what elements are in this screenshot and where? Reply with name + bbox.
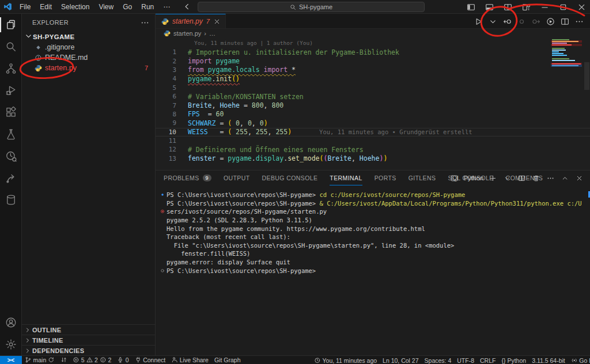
command-status-idle-icon [160, 268, 165, 274]
editor-scrollbar[interactable] [584, 62, 589, 90]
win-min-button[interactable] [536, 0, 553, 14]
activity-search[interactable] [0, 36, 22, 58]
activity-explorer[interactable] [0, 14, 22, 36]
panel-close-sm-button[interactable] [574, 172, 584, 184]
panel-split-editor-button[interactable] [516, 172, 527, 184]
section-dependencies[interactable]: DEPENDENCIES [22, 345, 155, 355]
terminal-shell-icon [449, 172, 460, 184]
panel-chev-up-button[interactable] [559, 172, 570, 184]
next-change[interactable] [530, 15, 542, 28]
title-bar: FileEditSelectionViewGoRun⋯ SH-pygame [0, 0, 590, 14]
panel-plus-button[interactable] [487, 172, 498, 184]
sql-connect[interactable]: Connect [132, 356, 169, 364]
blame-status[interactable]: You, 11 minutes ago [311, 356, 380, 364]
minimap[interactable] [551, 39, 582, 66]
panel-tab-ports[interactable]: PORTS [375, 170, 396, 185]
command-center-search[interactable]: SH-pygame [198, 2, 425, 12]
terminal-line: File "c:\Users\ivost\source\repos\SH-pyg… [158, 241, 588, 250]
run-or-debug[interactable] [544, 15, 557, 28]
menu-selection[interactable]: Selection [56, 1, 94, 13]
next-change-icon [532, 17, 540, 26]
activity-extensions[interactable] [0, 101, 22, 123]
layout-custom-button[interactable] [517, 0, 535, 14]
panel-tab-output[interactable]: OUTPUT [224, 170, 250, 185]
activity-live-share[interactable] [0, 167, 22, 189]
menu-view[interactable]: View [94, 1, 118, 13]
panel-trash-icon [532, 175, 540, 182]
go-back-button[interactable] [183, 2, 191, 11]
python-interpreter[interactable]: 3.11.5 64-bit [529, 356, 568, 364]
explorer-header: EXPLORER [22, 14, 155, 31]
panel-tab-gitlens[interactable]: GITLENS [409, 170, 436, 185]
activity-gitlens[interactable] [0, 145, 22, 167]
activity-settings[interactable] [0, 333, 22, 355]
tab-label: starten.py [172, 17, 203, 25]
terminal-output[interactable]: PS C:\Users\ivost\source\repos\SH-pygame… [158, 191, 588, 354]
panel-tab-terminal[interactable]: TERMINAL [330, 170, 362, 185]
section-chevron-icon [24, 337, 31, 344]
compare-branch[interactable] [58, 356, 70, 364]
run-dropdown[interactable] [486, 15, 499, 28]
menu-file[interactable]: File [15, 1, 35, 13]
tab-starten-py[interactable]: starten.py 7 [156, 14, 226, 28]
explorer-icon [5, 19, 17, 31]
explorer-more-button[interactable] [141, 18, 149, 27]
menu-edit[interactable]: Edit [35, 1, 56, 13]
live-share-status[interactable]: Live Share [168, 356, 211, 364]
file-readme-md[interactable]: README.md [22, 52, 155, 63]
run-button[interactable] [472, 15, 485, 28]
code-editor[interactable]: 1# Importieren u. initialisieren der Pyg… [156, 48, 590, 170]
tab-problem-badge: 7 [206, 18, 210, 25]
language-mode[interactable]: {}Python [498, 356, 529, 364]
file-starten-py[interactable]: starten.py7 [22, 63, 155, 73]
activity-testing[interactable] [0, 123, 22, 145]
menu-⋯[interactable]: ⋯ [158, 1, 175, 13]
breadcrumb[interactable]: starten.py › … [156, 29, 590, 38]
layout-panel-button[interactable] [481, 0, 498, 14]
win-max-button[interactable] [554, 0, 572, 14]
problems-status[interactable]: 522 [70, 356, 114, 364]
extensions-icon [5, 107, 17, 118]
indentation[interactable]: Spaces: 4 [422, 356, 455, 364]
win-close-icon [577, 3, 586, 12]
section-timeline[interactable]: TIMELINE [22, 335, 155, 345]
status-bar-left: ><main5220ConnectLive ShareGit Graph [0, 356, 243, 364]
current-change[interactable] [515, 15, 528, 28]
code-line-7: 7Breite, Hoehe = 800, 800 [156, 101, 590, 109]
split-editor[interactable] [558, 15, 571, 28]
branch-status[interactable]: main [22, 356, 58, 364]
remote-indicator[interactable]: >< [0, 356, 22, 364]
encoding[interactable]: UTF-8 [454, 356, 477, 364]
workspace-root-folder[interactable]: SH-PYGAME [22, 31, 155, 42]
code-line-5: 5 [156, 84, 590, 92]
cursor-position[interactable]: Ln 10, Col 27 [380, 356, 421, 364]
breadcrumb-separator: › [204, 30, 206, 37]
git-graph[interactable]: Git Graph [211, 356, 244, 364]
activity-database[interactable] [0, 189, 22, 211]
activity-run-and-debug[interactable] [0, 79, 22, 101]
layout-sidebar-button[interactable] [462, 0, 479, 14]
section-outline[interactable]: OUTLINE [22, 324, 155, 335]
layout-split-button[interactable] [499, 0, 516, 14]
panel-tab-problems[interactable]: PROBLEMS9 [164, 170, 211, 185]
run-icon [474, 17, 483, 26]
menu-run[interactable]: Run [137, 1, 158, 13]
menu-go[interactable]: Go [118, 1, 137, 13]
accounts-icon [5, 317, 17, 328]
win-close-button[interactable] [573, 0, 590, 14]
eol[interactable]: CRLF [477, 356, 498, 364]
activity-source-control[interactable] [0, 58, 22, 79]
go-live[interactable]: Go Live [568, 356, 590, 364]
tab-close-button[interactable] [213, 18, 221, 25]
panel-trash-button[interactable] [531, 172, 541, 184]
previous-change[interactable] [501, 15, 513, 28]
panel-chev-down-button[interactable] [502, 172, 512, 184]
activity-accounts[interactable] [0, 312, 22, 333]
terminal-icon [451, 175, 458, 182]
terminal-label[interactable]: Python [464, 175, 483, 181]
panel-more-button[interactable] [545, 172, 555, 184]
more-actions[interactable] [573, 15, 585, 28]
file--gitignore[interactable]: .gitignore [22, 42, 155, 52]
audio-status[interactable]: 0 [114, 356, 131, 364]
panel-tab-debug-console[interactable]: DEBUG CONSOLE [262, 170, 318, 185]
